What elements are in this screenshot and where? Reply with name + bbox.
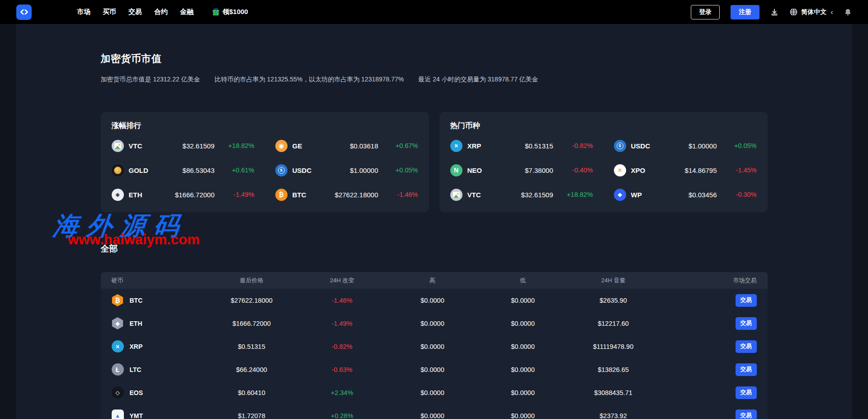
table-row[interactable]: ▲ YMT $1.72078 +0.28% $0.0000 $0.0000 $2… [101, 404, 768, 419]
gainers-card: 涨幅排行 VTC $32.61509 +18.82% ◉ GE $0.03618… [101, 112, 429, 212]
xrp-coin-icon: × [112, 340, 124, 352]
coin-symbol: BTC [292, 191, 307, 199]
low-24h: $0.0000 [478, 297, 568, 304]
table-row[interactable]: ₿ BTC $27622.18000 -1.46% $0.0000 $0.000… [101, 289, 768, 312]
nav-item-markets[interactable]: 市场 [77, 8, 90, 16]
low-24h: $0.0000 [478, 389, 568, 396]
coin-ticker[interactable]: VTC $32.61509 +18.82% [112, 140, 255, 152]
change-24h: +0.28% [297, 412, 387, 419]
coin-price: $7.38000 [482, 167, 553, 174]
register-button[interactable]: 注册 [731, 5, 760, 19]
ymt-coin-icon: ▲ [112, 409, 124, 419]
high-24h: $0.0000 [387, 320, 478, 327]
coin-symbol: WP [631, 191, 642, 199]
coin-ticker[interactable]: ◆ WP $0.03456 -0.30% [614, 189, 757, 201]
coin-symbol: GE [292, 142, 302, 150]
coin-price: $1.00000 [311, 167, 378, 174]
nav-item-trade[interactable]: 交易 [128, 8, 142, 16]
coin-ticker[interactable]: GOLD $86.53043 +0.61% [112, 164, 255, 176]
language-selector[interactable]: 简体中文 ‹ [789, 8, 833, 17]
trade-button[interactable]: 交易 [736, 340, 757, 353]
coin-price: $0.03456 [642, 191, 717, 199]
col-low: 低 [478, 276, 568, 285]
last-price: $1.72078 [207, 412, 297, 419]
coin-ticker[interactable]: × XRP $0.51315 -0.82% [450, 140, 593, 152]
coin-ticker[interactable]: ◉ GE $0.03618 +0.67% [275, 140, 418, 152]
notifications-button[interactable] [844, 8, 852, 16]
coin-price: $86.53043 [148, 167, 215, 174]
high-24h: $0.0000 [387, 366, 478, 373]
coin-ticker[interactable]: $ USDC $1.00000 +0.05% [275, 164, 418, 176]
coin-symbol: EOS [130, 389, 143, 396]
eos-coin-icon: ◇ [112, 386, 124, 399]
coin-change: -1.46% [378, 191, 418, 198]
coin-price: $0.03618 [302, 142, 378, 150]
hot-coins-card: 热门币种 × XRP $0.51315 -0.82% $ USDC $1.000… [439, 112, 768, 212]
coin-symbol: GOLD [129, 167, 148, 174]
nav-item-contracts[interactable]: 合约 [154, 8, 168, 16]
vtc-coin-icon [112, 140, 124, 152]
download-app-button[interactable] [770, 8, 778, 16]
coin-ticker[interactable]: $ USDC $1.00000 +0.05% [614, 140, 757, 152]
eth-coin-icon: ◆ [112, 317, 124, 329]
coin-symbol: VTC [129, 142, 142, 150]
coin-ticker[interactable]: VTC $32.61509 +18.82% [450, 189, 593, 201]
table-row[interactable]: ◆ ETH $1666.72000 -1.49% $0.0000 $0.0000… [101, 312, 768, 335]
col-24h-volume: 24H 音量 [568, 276, 659, 285]
col-24h-change: 24H 改变 [297, 276, 387, 285]
nav-item-buy[interactable]: 买币 [103, 8, 116, 16]
volume-24h: $2635.90 [568, 297, 659, 304]
xrp-coin-icon: × [450, 140, 462, 152]
trade-button[interactable]: 交易 [736, 294, 757, 307]
code-chevrons-icon [20, 8, 28, 16]
high-24h: $0.0000 [387, 389, 478, 396]
gift-icon [212, 8, 220, 16]
coin-price: $1.00000 [650, 142, 717, 150]
globe-icon [789, 8, 798, 16]
nav-item-bonus[interactable]: 领$1000 [212, 8, 248, 16]
coin-change: +18.82% [553, 191, 593, 198]
high-24h: $0.0000 [387, 297, 478, 304]
coin-symbol: XRP [467, 142, 481, 150]
trade-button[interactable]: 交易 [736, 409, 757, 419]
coin-ticker[interactable]: ◆ ETH $1666.72000 -1.49% [112, 189, 255, 201]
trade-button[interactable]: 交易 [736, 363, 757, 376]
coin-change: +18.82% [215, 142, 255, 149]
high-24h: $0.0000 [387, 343, 478, 350]
col-market-trade: 市场交易 [659, 276, 757, 285]
btc-coin-icon: ₿ [275, 189, 288, 201]
ltc-coin-icon: Ł [112, 363, 124, 376]
ge-coin-icon: ◉ [275, 140, 288, 152]
volume-24h: $13826.65 [568, 366, 659, 373]
eth-coin-icon: ◆ [112, 189, 124, 201]
btc-coin-icon: ₿ [112, 294, 124, 306]
nav-item-finance[interactable]: 金融 [180, 8, 193, 16]
coin-change: +0.05% [717, 142, 757, 149]
trade-button[interactable]: 交易 [736, 317, 757, 330]
coin-price: $32.61509 [481, 191, 553, 199]
coin-change: -0.82% [553, 142, 593, 149]
high-24h: $0.0000 [387, 412, 478, 419]
coin-change: +0.67% [378, 142, 418, 149]
coin-change: -0.40% [553, 167, 593, 174]
table-row[interactable]: Ł LTC $66.24000 -0.63% $0.0000 $0.0000 $… [101, 358, 768, 381]
table-row[interactable]: × XRP $0.51315 -0.82% $0.0000 $0.0000 $1… [101, 335, 768, 358]
table-row[interactable]: ◇ EOS $0.60410 +2.34% $0.0000 $0.0000 $3… [101, 381, 768, 404]
coin-ticker[interactable]: ₿ BTC $27622.18000 -1.46% [275, 189, 418, 201]
table-header-row: 硬币 最后价格 24H 改变 高 低 24H 音量 市场交易 [101, 272, 768, 289]
coin-change: -1.49% [215, 191, 255, 198]
xpo-coin-icon: × [614, 164, 626, 176]
coin-symbol: XPO [631, 167, 646, 174]
vtc-coin-icon [450, 189, 462, 201]
trade-button[interactable]: 交易 [736, 386, 757, 399]
coin-price: $0.51315 [481, 142, 553, 150]
stat-24h-volume: 最近 24 小时的交易量为 318978.77 亿美金 [418, 76, 538, 84]
hot-coins-card-title: 热门币种 [450, 121, 757, 131]
login-button[interactable]: 登录 [691, 5, 720, 19]
site-logo[interactable] [16, 5, 32, 20]
coin-ticker[interactable]: × XPO $14.86795 -1.45% [614, 164, 757, 176]
col-coin: 硬币 [112, 276, 207, 285]
last-price: $1666.72000 [207, 320, 297, 327]
gainers-card-title: 涨幅排行 [112, 121, 418, 131]
coin-ticker[interactable]: N NEO $7.38000 -0.40% [450, 164, 593, 176]
